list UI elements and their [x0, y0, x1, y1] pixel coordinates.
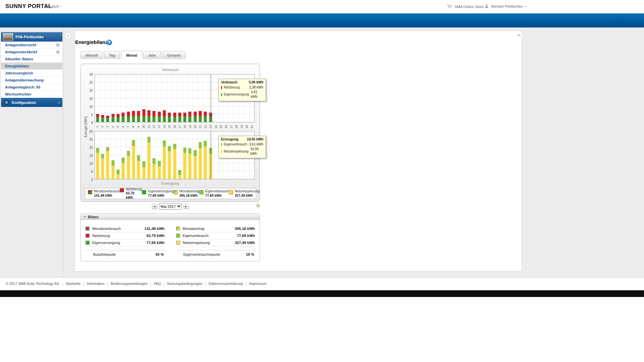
- bar-segment-eigenversorgung[interactable]: [127, 117, 130, 122]
- tab-monat[interactable]: Monat: [121, 51, 142, 59]
- sidebar-item-anlagenlogbuch-93[interactable]: Anlagenlogbuch: 93: [1, 84, 62, 91]
- bar-segment-netzbezug[interactable]: [153, 111, 156, 117]
- bar-segment-eigenversorgung[interactable]: [153, 116, 156, 122]
- period-select[interactable]: Mai 2017: [159, 203, 182, 209]
- legend-item-netzeinspeisung[interactable]: Netzeinspeisung327,49 kWh: [229, 189, 260, 198]
- bar-segment-eigenverbrauch[interactable]: [106, 147, 109, 151]
- bar-segment-netzeinspeisung[interactable]: [142, 167, 145, 179]
- bar-segment-eigenverbrauch[interactable]: [163, 140, 166, 146]
- legend-item-monatsverbrauch[interactable]: Monatsverbrauch141,48 kWh: [88, 189, 120, 198]
- sunny-portal-logo[interactable]: SUNNY PORTAL: [5, 3, 52, 10]
- bar-segment-netzbezug[interactable]: [163, 110, 166, 116]
- bar-segment-eigenversorgung[interactable]: [173, 117, 176, 122]
- bar-segment-netzbezug[interactable]: [194, 112, 197, 116]
- bar-segment-netzbezug[interactable]: [101, 115, 104, 118]
- bar-segment-netzeinspeisung[interactable]: [127, 156, 130, 179]
- sidebar-item-jahresvergleich[interactable]: Jahresvergleich: [1, 70, 62, 77]
- bar-segment-netzeinspeisung[interactable]: [101, 158, 104, 179]
- bar-segment-netzeinspeisung[interactable]: [158, 166, 161, 179]
- bar-segment-netzbezug[interactable]: [204, 112, 207, 116]
- bar-segment-eigenversorgung[interactable]: [168, 117, 171, 122]
- tab-jahr[interactable]: Jahr: [143, 51, 161, 59]
- bar-segment-eigenverbrauch[interactable]: [116, 170, 119, 174]
- sidebar-item-wechselrichter[interactable]: Wechselrichter: [1, 91, 62, 98]
- bar-segment-netzeinspeisung[interactable]: [96, 153, 99, 179]
- bar-segment-netzbezug[interactable]: [96, 114, 99, 117]
- bar-segment-eigenverbrauch[interactable]: [189, 148, 192, 154]
- bar-segment-eigenversorgung[interactable]: [183, 117, 186, 122]
- bar-segment-eigenversorgung[interactable]: [101, 118, 104, 122]
- user-menu[interactable]: Michael Perlitschke ▾: [484, 4, 526, 9]
- bar-segment-netzbezug[interactable]: [142, 109, 145, 116]
- bar-segment-eigenverbrauch[interactable]: [132, 140, 135, 146]
- bar-segment-eigenversorgung[interactable]: [106, 118, 109, 122]
- bar-segment-eigenverbrauch[interactable]: [101, 154, 104, 158]
- bar-segment-eigenversorgung[interactable]: [163, 116, 166, 122]
- bar-segment-netzeinspeisung[interactable]: [189, 154, 192, 179]
- bar-segment-eigenversorgung[interactable]: [158, 117, 161, 122]
- footer-link-startseite[interactable]: Startseite: [66, 282, 80, 286]
- bar-segment-eigenverbrauch[interactable]: [183, 147, 186, 153]
- bar-segment-eigenverbrauch[interactable]: [178, 170, 181, 175]
- bar-segment-eigenversorgung[interactable]: [111, 117, 114, 122]
- bar-segment-netzeinspeisung[interactable]: [106, 151, 109, 179]
- bar-segment-netzeinspeisung[interactable]: [168, 151, 171, 179]
- sidebar-collapse-button[interactable]: ‹: [65, 33, 71, 39]
- bar-segment-eigenverbrauch[interactable]: [194, 150, 197, 156]
- legend-item-eigenverbrauch[interactable]: Eigenverbrauch77,69 kWh: [199, 189, 229, 198]
- bar-segment-netzeinspeisung[interactable]: [122, 163, 125, 179]
- bar-segment-netzeinspeisung[interactable]: [147, 142, 150, 179]
- bar-segment-eigenversorgung[interactable]: [132, 116, 135, 122]
- bar-segment-eigenverbrauch[interactable]: [199, 142, 202, 148]
- bar-segment-netzeinspeisung[interactable]: [163, 146, 166, 179]
- bar-segment-netzbezug[interactable]: [168, 113, 171, 117]
- bar-segment-eigenversorgung[interactable]: [204, 116, 207, 122]
- bar-segment-eigenverbrauch[interactable]: [204, 141, 207, 146]
- next-period-button[interactable]: ▶: [183, 204, 189, 209]
- sidebar-item-energiebilanz[interactable]: Energiebilanz: [1, 63, 62, 70]
- bar-segment-netzbezug[interactable]: [178, 113, 181, 117]
- bar-segment-eigenverbrauch[interactable]: [153, 158, 156, 164]
- help-icon[interactable]: ?: [106, 40, 112, 45]
- footer-link-impressum[interactable]: Impressum: [249, 282, 267, 286]
- bar-segment-eigenverbrauch[interactable]: [96, 148, 99, 153]
- bar-segment-eigenversorgung[interactable]: [194, 116, 197, 122]
- bar-segment-eigenversorgung[interactable]: [147, 116, 150, 122]
- bar-segment-netzbezug[interactable]: [137, 111, 140, 117]
- footer-link-faq[interactable]: FAQ: [154, 282, 161, 286]
- footer-link-datenschutzerkl-rung[interactable]: Datenschutzerklärung: [209, 282, 243, 286]
- bar-segment-eigenversorgung[interactable]: [122, 116, 125, 122]
- sidebar-item-konfiguration[interactable]: Konfiguration ›: [1, 98, 62, 107]
- bar-segment-eigenversorgung[interactable]: [178, 117, 181, 122]
- bar-segment-netzbezug[interactable]: [189, 112, 192, 116]
- sidebar-item-anlagen-bersicht[interactable]: Anlagenübersicht: [1, 42, 62, 49]
- bar-segment-eigenverbrauch[interactable]: [158, 161, 161, 166]
- bar-segment-netzeinspeisung[interactable]: [183, 153, 186, 179]
- bar-segment-eigenversorgung[interactable]: [96, 117, 99, 122]
- bar-segment-eigenverbrauch[interactable]: [142, 161, 145, 167]
- bar-segment-netzbezug[interactable]: [122, 113, 125, 117]
- bilanz-header[interactable]: ▼ Bilanz: [81, 214, 260, 220]
- bar-segment-netzeinspeisung[interactable]: [194, 156, 197, 179]
- bar-segment-netzeinspeisung[interactable]: [111, 166, 114, 179]
- bar-segment-eigenversorgung[interactable]: [142, 116, 145, 122]
- bar-segment-netzbezug[interactable]: [158, 112, 161, 117]
- legend-item-monatsertrag[interactable]: Monatsertrag405,18 kWh: [173, 189, 199, 198]
- bar-segment-netzeinspeisung[interactable]: [116, 174, 119, 179]
- bar-segment-eigenverbrauch[interactable]: [168, 146, 171, 152]
- bar-segment-netzbezug[interactable]: [111, 114, 114, 117]
- bar-segment-eigenverbrauch[interactable]: [147, 137, 150, 142]
- bar-segment-eigenversorgung[interactable]: [137, 116, 140, 122]
- tab-gesamt[interactable]: Gesamt: [162, 51, 185, 59]
- sidebar-item-anlagen-berwachung[interactable]: Anlagenüberwachung: [1, 77, 62, 84]
- bar-segment-eigenverbrauch[interactable]: [137, 155, 140, 161]
- language-dropdown[interactable]: Deutsch ▾: [45, 4, 61, 8]
- bar-segment-netzeinspeisung[interactable]: [137, 161, 140, 179]
- footer-link-information[interactable]: Information: [87, 282, 105, 286]
- bar-segment-netzeinspeisung[interactable]: [199, 148, 202, 179]
- online-store-link[interactable]: SMA Online Store ▾: [447, 4, 487, 9]
- bar-segment-netzbezug[interactable]: [116, 114, 119, 117]
- bar-segment-netzeinspeisung[interactable]: [178, 175, 181, 179]
- footer-link-bedienungsanleitungen[interactable]: Bedienungsanleitungen: [111, 282, 148, 286]
- bar-segment-netzbezug[interactable]: [127, 112, 130, 117]
